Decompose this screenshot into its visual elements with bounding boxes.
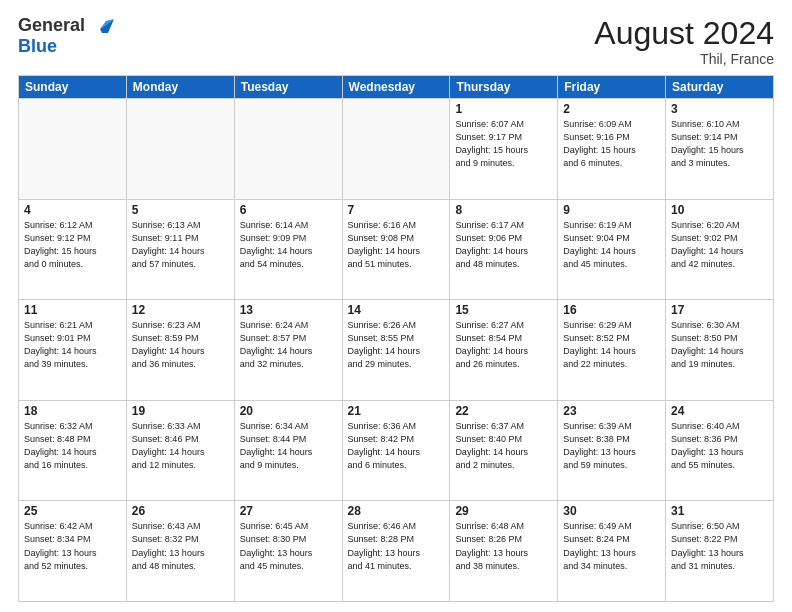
calendar-week-3: 11Sunrise: 6:21 AM Sunset: 9:01 PM Dayli… <box>19 300 774 401</box>
calendar-cell: 11Sunrise: 6:21 AM Sunset: 9:01 PM Dayli… <box>19 300 127 401</box>
day-number: 23 <box>563 404 660 418</box>
calendar-cell: 29Sunrise: 6:48 AM Sunset: 8:26 PM Dayli… <box>450 501 558 602</box>
day-number: 30 <box>563 504 660 518</box>
day-info: Sunrise: 6:17 AM Sunset: 9:06 PM Dayligh… <box>455 219 552 271</box>
weekday-header-thursday: Thursday <box>450 76 558 99</box>
day-info: Sunrise: 6:39 AM Sunset: 8:38 PM Dayligh… <box>563 420 660 472</box>
day-number: 17 <box>671 303 768 317</box>
calendar-cell: 9Sunrise: 6:19 AM Sunset: 9:04 PM Daylig… <box>558 199 666 300</box>
day-number: 20 <box>240 404 337 418</box>
calendar-cell: 25Sunrise: 6:42 AM Sunset: 8:34 PM Dayli… <box>19 501 127 602</box>
calendar-week-2: 4Sunrise: 6:12 AM Sunset: 9:12 PM Daylig… <box>19 199 774 300</box>
calendar-cell: 26Sunrise: 6:43 AM Sunset: 8:32 PM Dayli… <box>126 501 234 602</box>
day-info: Sunrise: 6:50 AM Sunset: 8:22 PM Dayligh… <box>671 520 768 572</box>
day-info: Sunrise: 6:09 AM Sunset: 9:16 PM Dayligh… <box>563 118 660 170</box>
day-info: Sunrise: 6:34 AM Sunset: 8:44 PM Dayligh… <box>240 420 337 472</box>
logo-bird-icon <box>92 15 114 37</box>
title-block: August 2024 Thil, France <box>594 16 774 67</box>
day-info: Sunrise: 6:29 AM Sunset: 8:52 PM Dayligh… <box>563 319 660 371</box>
day-number: 7 <box>348 203 445 217</box>
day-info: Sunrise: 6:33 AM Sunset: 8:46 PM Dayligh… <box>132 420 229 472</box>
calendar-cell: 17Sunrise: 6:30 AM Sunset: 8:50 PM Dayli… <box>666 300 774 401</box>
calendar-cell: 18Sunrise: 6:32 AM Sunset: 8:48 PM Dayli… <box>19 400 127 501</box>
calendar-cell <box>342 99 450 200</box>
day-number: 18 <box>24 404 121 418</box>
header: General Blue August 2024 Thil, France <box>18 16 774 67</box>
day-info: Sunrise: 6:49 AM Sunset: 8:24 PM Dayligh… <box>563 520 660 572</box>
day-number: 8 <box>455 203 552 217</box>
calendar-cell <box>126 99 234 200</box>
day-number: 16 <box>563 303 660 317</box>
calendar-header: SundayMondayTuesdayWednesdayThursdayFrid… <box>19 76 774 99</box>
day-info: Sunrise: 6:13 AM Sunset: 9:11 PM Dayligh… <box>132 219 229 271</box>
day-number: 9 <box>563 203 660 217</box>
logo: General Blue <box>18 16 114 55</box>
day-info: Sunrise: 6:30 AM Sunset: 8:50 PM Dayligh… <box>671 319 768 371</box>
weekday-header-friday: Friday <box>558 76 666 99</box>
day-number: 15 <box>455 303 552 317</box>
day-info: Sunrise: 6:14 AM Sunset: 9:09 PM Dayligh… <box>240 219 337 271</box>
location: Thil, France <box>594 51 774 67</box>
day-number: 11 <box>24 303 121 317</box>
calendar-cell: 8Sunrise: 6:17 AM Sunset: 9:06 PM Daylig… <box>450 199 558 300</box>
day-number: 13 <box>240 303 337 317</box>
calendar-cell: 5Sunrise: 6:13 AM Sunset: 9:11 PM Daylig… <box>126 199 234 300</box>
day-info: Sunrise: 6:24 AM Sunset: 8:57 PM Dayligh… <box>240 319 337 371</box>
logo-text: General Blue <box>18 16 114 55</box>
day-info: Sunrise: 6:36 AM Sunset: 8:42 PM Dayligh… <box>348 420 445 472</box>
page: General Blue August 2024 Thil, France Su… <box>0 0 792 612</box>
calendar-cell: 14Sunrise: 6:26 AM Sunset: 8:55 PM Dayli… <box>342 300 450 401</box>
calendar-cell: 3Sunrise: 6:10 AM Sunset: 9:14 PM Daylig… <box>666 99 774 200</box>
calendar-cell: 6Sunrise: 6:14 AM Sunset: 9:09 PM Daylig… <box>234 199 342 300</box>
day-info: Sunrise: 6:40 AM Sunset: 8:36 PM Dayligh… <box>671 420 768 472</box>
calendar-week-5: 25Sunrise: 6:42 AM Sunset: 8:34 PM Dayli… <box>19 501 774 602</box>
day-info: Sunrise: 6:12 AM Sunset: 9:12 PM Dayligh… <box>24 219 121 271</box>
weekday-header-wednesday: Wednesday <box>342 76 450 99</box>
day-number: 31 <box>671 504 768 518</box>
calendar-cell: 10Sunrise: 6:20 AM Sunset: 9:02 PM Dayli… <box>666 199 774 300</box>
calendar-cell: 4Sunrise: 6:12 AM Sunset: 9:12 PM Daylig… <box>19 199 127 300</box>
weekday-header-tuesday: Tuesday <box>234 76 342 99</box>
calendar-cell: 20Sunrise: 6:34 AM Sunset: 8:44 PM Dayli… <box>234 400 342 501</box>
day-info: Sunrise: 6:46 AM Sunset: 8:28 PM Dayligh… <box>348 520 445 572</box>
day-number: 10 <box>671 203 768 217</box>
day-number: 22 <box>455 404 552 418</box>
day-number: 28 <box>348 504 445 518</box>
calendar-cell: 21Sunrise: 6:36 AM Sunset: 8:42 PM Dayli… <box>342 400 450 501</box>
calendar-cell: 23Sunrise: 6:39 AM Sunset: 8:38 PM Dayli… <box>558 400 666 501</box>
day-info: Sunrise: 6:21 AM Sunset: 9:01 PM Dayligh… <box>24 319 121 371</box>
day-info: Sunrise: 6:23 AM Sunset: 8:59 PM Dayligh… <box>132 319 229 371</box>
day-info: Sunrise: 6:16 AM Sunset: 9:08 PM Dayligh… <box>348 219 445 271</box>
calendar-cell: 22Sunrise: 6:37 AM Sunset: 8:40 PM Dayli… <box>450 400 558 501</box>
weekday-header-sunday: Sunday <box>19 76 127 99</box>
weekday-header-row: SundayMondayTuesdayWednesdayThursdayFrid… <box>19 76 774 99</box>
calendar-cell: 12Sunrise: 6:23 AM Sunset: 8:59 PM Dayli… <box>126 300 234 401</box>
calendar-cell: 31Sunrise: 6:50 AM Sunset: 8:22 PM Dayli… <box>666 501 774 602</box>
day-info: Sunrise: 6:42 AM Sunset: 8:34 PM Dayligh… <box>24 520 121 572</box>
day-number: 2 <box>563 102 660 116</box>
day-info: Sunrise: 6:10 AM Sunset: 9:14 PM Dayligh… <box>671 118 768 170</box>
day-info: Sunrise: 6:19 AM Sunset: 9:04 PM Dayligh… <box>563 219 660 271</box>
weekday-header-saturday: Saturday <box>666 76 774 99</box>
day-number: 24 <box>671 404 768 418</box>
calendar-body: 1Sunrise: 6:07 AM Sunset: 9:17 PM Daylig… <box>19 99 774 602</box>
day-number: 12 <box>132 303 229 317</box>
day-number: 5 <box>132 203 229 217</box>
weekday-header-monday: Monday <box>126 76 234 99</box>
day-number: 6 <box>240 203 337 217</box>
calendar-cell <box>234 99 342 200</box>
calendar-cell: 15Sunrise: 6:27 AM Sunset: 8:54 PM Dayli… <box>450 300 558 401</box>
calendar-cell: 24Sunrise: 6:40 AM Sunset: 8:36 PM Dayli… <box>666 400 774 501</box>
month-title: August 2024 <box>594 16 774 51</box>
day-number: 14 <box>348 303 445 317</box>
calendar: SundayMondayTuesdayWednesdayThursdayFrid… <box>18 75 774 602</box>
calendar-cell: 2Sunrise: 6:09 AM Sunset: 9:16 PM Daylig… <box>558 99 666 200</box>
day-info: Sunrise: 6:37 AM Sunset: 8:40 PM Dayligh… <box>455 420 552 472</box>
day-number: 27 <box>240 504 337 518</box>
day-info: Sunrise: 6:20 AM Sunset: 9:02 PM Dayligh… <box>671 219 768 271</box>
day-info: Sunrise: 6:26 AM Sunset: 8:55 PM Dayligh… <box>348 319 445 371</box>
calendar-cell: 28Sunrise: 6:46 AM Sunset: 8:28 PM Dayli… <box>342 501 450 602</box>
day-number: 21 <box>348 404 445 418</box>
calendar-cell: 27Sunrise: 6:45 AM Sunset: 8:30 PM Dayli… <box>234 501 342 602</box>
calendar-cell: 7Sunrise: 6:16 AM Sunset: 9:08 PM Daylig… <box>342 199 450 300</box>
